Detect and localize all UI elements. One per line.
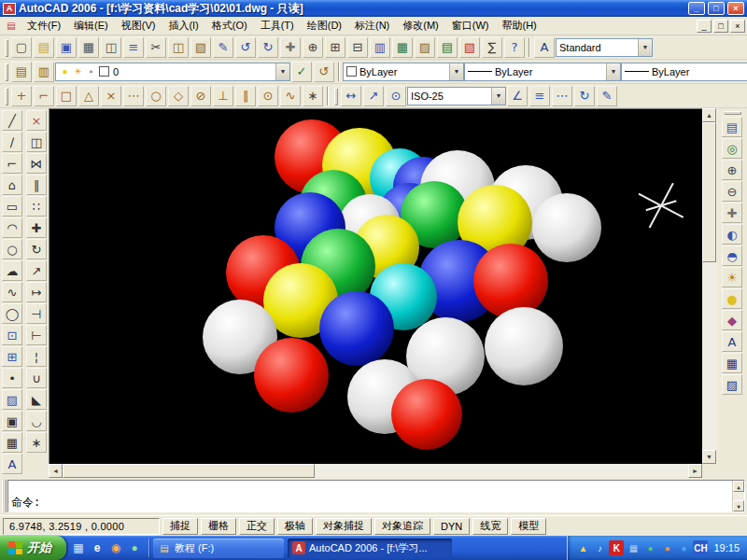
materials-icon[interactable]: ◆ [722, 310, 742, 330]
table-style-icon[interactable]: ▦ [722, 353, 742, 373]
messenger-quick-icon[interactable]: ● [126, 539, 143, 556]
sphere-blue[interactable] [319, 291, 394, 366]
join-icon[interactable]: ∪ [26, 368, 47, 388]
title-bar[interactable]: A AutoCAD 2006 - [f:\学习资料\cad学习\02\01.dw… [0, 0, 747, 17]
maximize-button[interactable]: □ [708, 2, 725, 15]
paste-icon[interactable]: ▧ [190, 37, 211, 58]
status-toggle-osnap[interactable]: 对象捕捉 [316, 518, 372, 535]
redo-icon[interactable]: ↻ [258, 37, 278, 58]
quickcalc-icon[interactable]: ∑ [482, 37, 502, 58]
chamfer-icon[interactable]: ◣ [26, 389, 47, 410]
break-icon[interactable]: ¦ [26, 346, 47, 367]
minimize-button[interactable]: _ [688, 2, 705, 15]
snap-node-icon[interactable]: ⊙ [258, 86, 278, 106]
toolbar-grip[interactable] [724, 111, 740, 114]
rotate-icon[interactable]: ↻ [26, 239, 47, 259]
drawing-vertical-scrollbar[interactable]: ▲ ▼ [702, 108, 717, 464]
taskbar-task-autocad[interactable]: A AutoCAD 2006 - [f:\学习... [288, 539, 452, 558]
zoom-previous-icon[interactable]: ⊟ [347, 37, 368, 58]
dim-radius-icon[interactable]: ⊙ [386, 86, 406, 106]
scroll-up-button[interactable]: ▲ [702, 108, 716, 122]
hide-icon[interactable]: ◓ [722, 245, 742, 266]
layer-previous-icon[interactable]: ↺ [314, 62, 334, 82]
zoom-in-icon[interactable]: ⊕ [722, 160, 742, 180]
help-icon[interactable]: ? [504, 37, 525, 58]
extend-icon[interactable]: ⊢ [26, 325, 47, 345]
layer-color-swatch[interactable] [98, 65, 110, 77]
scroll-left-button[interactable]: ◄ [49, 464, 63, 478]
polygon-icon[interactable]: ⌂ [2, 175, 22, 195]
messenger-icon[interactable]: ● [642, 540, 657, 555]
snap-quadrant-icon[interactable]: ◇ [168, 86, 189, 106]
flashget-icon[interactable]: ● [659, 540, 674, 555]
status-toggle-model[interactable]: 模型 [511, 518, 546, 535]
pan-icon[interactable]: ✚ [280, 37, 301, 58]
dim-update-icon[interactable]: ↻ [574, 86, 595, 106]
shade-icon[interactable]: ◐ [722, 224, 742, 245]
dim-style-combo[interactable]: ISO-25 ▼ [407, 87, 506, 105]
close-button[interactable]: × [727, 2, 744, 15]
dim-aligned-icon[interactable]: ↗ [363, 86, 384, 106]
cut-icon[interactable]: ✂ [146, 37, 166, 58]
chevron-down-icon[interactable]: ▼ [275, 63, 289, 80]
construction-line-icon[interactable]: ∕ [2, 132, 22, 152]
undo-icon[interactable]: ↺ [235, 37, 256, 58]
pan-realtime-icon[interactable]: ✚ [722, 203, 742, 223]
insert-block-icon[interactable]: ⊡ [2, 325, 22, 345]
status-toggle-lwt[interactable]: 线宽 [472, 518, 508, 535]
region-icon[interactable]: ▣ [2, 411, 22, 431]
designcenter-icon[interactable]: ▦ [392, 37, 413, 58]
chevron-down-icon[interactable]: ▼ [638, 39, 652, 56]
table-icon[interactable]: ▦ [2, 432, 22, 453]
open-file-icon[interactable]: ▤ [34, 37, 54, 58]
snap-perpendicular-icon[interactable]: ⊥ [213, 86, 233, 106]
chevron-down-icon[interactable]: ▼ [491, 88, 505, 105]
menu-item-modify[interactable]: 修改(M) [396, 17, 445, 35]
scale-icon[interactable]: ↗ [26, 260, 47, 281]
scroll-right-button[interactable]: ► [688, 464, 702, 478]
zoom-window-icon[interactable]: ⊞ [325, 37, 345, 58]
status-toggle-dyn[interactable]: DYN [433, 518, 470, 535]
horizontal-scroll-thumb[interactable] [63, 464, 315, 478]
circle-icon[interactable]: ○ [2, 239, 22, 259]
menu-item-window[interactable]: 窗口(W) [445, 17, 496, 35]
dim-baseline-icon[interactable]: ≡ [529, 86, 550, 106]
toolbar-grip[interactable] [5, 88, 7, 105]
menu-item-file[interactable]: 文件(F) [21, 17, 67, 35]
status-toggle-grid[interactable]: 栅格 [201, 518, 236, 535]
chevron-down-icon[interactable]: ▼ [606, 63, 620, 80]
menu-item-help[interactable]: 帮助(H) [496, 17, 543, 35]
point-icon[interactable]: • [2, 368, 22, 388]
status-toggle-snap[interactable]: 捕捉 [162, 518, 198, 535]
snap-from-icon[interactable]: ⌐ [34, 86, 54, 106]
array-icon[interactable]: ∷ [26, 196, 47, 217]
markup-set-manager-icon[interactable]: ▧ [459, 37, 480, 58]
sphere-red[interactable] [254, 338, 329, 413]
text-icon[interactable]: A [722, 331, 742, 352]
menu-item-view[interactable]: 视图(V) [115, 17, 162, 35]
trim-icon[interactable]: ⊣ [26, 303, 47, 324]
publish-icon[interactable]: ≡ [123, 37, 144, 58]
drawing-canvas[interactable] [49, 108, 702, 464]
toolbar-grip[interactable] [5, 63, 7, 80]
command-window[interactable]: 命令: ▲ ▼ [7, 480, 745, 512]
polyline-icon[interactable]: ⌐ [2, 153, 22, 174]
doc-minimize-button[interactable]: _ [697, 20, 712, 33]
volume-icon[interactable]: ♪ [592, 540, 607, 555]
kingsoft-icon[interactable]: K [609, 540, 624, 555]
display-settings-icon[interactable]: ▦ [626, 540, 641, 555]
erase-icon[interactable]: × [26, 110, 47, 131]
snap-extension-icon[interactable]: ⋯ [123, 86, 144, 106]
snap-intersection-icon[interactable]: × [101, 86, 121, 106]
toolbar-grip[interactable] [334, 88, 337, 105]
scroll-up-button[interactable]: ▲ [733, 481, 744, 492]
command-scrollbar[interactable]: ▲ ▼ [732, 481, 744, 511]
temporary-track-point-icon[interactable]: + [11, 86, 32, 106]
text-style-icon[interactable]: A [534, 37, 555, 58]
offset-icon[interactable]: ∥ [26, 175, 47, 195]
snap-midpoint-icon[interactable]: △ [78, 86, 99, 106]
plot-icon[interactable]: ▦ [78, 37, 99, 58]
match-properties-icon[interactable]: ✎ [213, 37, 233, 58]
status-toggle-ortho[interactable]: 正交 [239, 518, 275, 535]
spline-icon[interactable]: ∿ [2, 282, 22, 302]
